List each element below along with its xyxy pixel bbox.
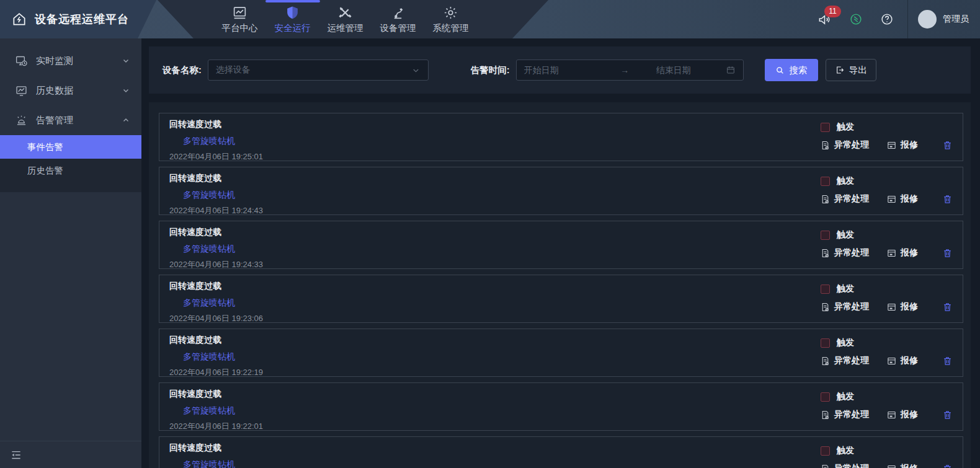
trigger-status-chip	[821, 392, 830, 402]
alarm-row: 回转速度过载 多管旋喷钻机 2022年04月06日 19:25:01 触发	[159, 113, 963, 161]
end-date-input[interactable]	[656, 65, 726, 75]
nav-tab-0[interactable]: 平台中心	[213, 0, 266, 38]
nav-tab-2[interactable]: 运维管理	[319, 0, 372, 38]
alarm-list: 回转速度过载 多管旋喷钻机 2022年04月06日 19:25:01 触发	[149, 102, 971, 468]
alarm-actions: 触发 异常处理	[820, 229, 953, 258]
sidebar-item-0[interactable]: 实时监测	[0, 46, 141, 76]
header-divider	[907, 0, 908, 38]
delete-button[interactable]	[942, 302, 953, 312]
chevron-icon	[122, 116, 130, 125]
chevron-icon	[122, 56, 130, 65]
sidebar-item-1[interactable]: 历史数据	[0, 76, 141, 105]
alarm-timestamp: 2022年04月06日 19:22:01	[169, 421, 953, 432]
collapse-menu-icon	[10, 449, 22, 461]
main-content: 设备名称: 选择设备 告警时间: →	[141, 38, 980, 468]
chevron-icon	[122, 86, 130, 95]
trigger-label: 触发	[837, 121, 854, 133]
nav-tab-3[interactable]: 设备管理	[372, 0, 424, 38]
handle-exception-button[interactable]: 异常处理	[820, 247, 869, 258]
calendar-icon	[726, 65, 736, 75]
alarm-timestamp: 2022年04月06日 19:22:19	[169, 367, 953, 378]
trash-icon	[942, 248, 953, 258]
alarm-actions: 触发 异常处理	[820, 445, 953, 468]
start-date-input[interactable]	[524, 65, 594, 75]
trigger-label: 触发	[837, 175, 854, 187]
nav-tab-1[interactable]: 安全运行	[266, 0, 319, 38]
alarm-device-link[interactable]: 多管旋喷钻机	[169, 351, 235, 363]
handle-exception-button[interactable]: 异常处理	[820, 463, 869, 468]
trigger-status-chip	[821, 285, 830, 294]
delete-button[interactable]	[942, 410, 953, 420]
document-check-icon	[820, 194, 831, 205]
alarm-row: 回转速度过载 多管旋喷钻机 2022年04月06日 19:24:33 触发	[159, 221, 963, 269]
trash-icon	[942, 140, 953, 151]
work-order-icon	[886, 464, 897, 468]
device-select[interactable]: 选择设备	[208, 60, 429, 81]
alarm-row: 回转速度过载 多管旋喷钻机 2022年04月06日 19:22:19 触发	[159, 329, 963, 377]
chevron-down-icon	[411, 66, 421, 75]
sidebar-subitem-1[interactable]: 历史告警	[0, 159, 141, 182]
delete-button[interactable]	[942, 140, 953, 151]
alarm-timestamp: 2022年04月06日 19:24:33	[169, 259, 953, 270]
search-icon	[775, 66, 785, 75]
avatar	[918, 10, 937, 29]
alarm-device-link[interactable]: 多管旋喷钻机	[169, 405, 235, 417]
alarm-device-link[interactable]: 多管旋喷钻机	[169, 190, 235, 201]
trigger-status-chip	[821, 446, 830, 456]
help-button[interactable]	[880, 12, 894, 26]
repair-button[interactable]: 报修	[886, 247, 918, 258]
repair-button[interactable]: 报修	[886, 301, 918, 312]
nav-tab-4[interactable]: 系统管理	[424, 0, 477, 38]
repair-button[interactable]: 报修	[886, 139, 918, 151]
handle-exception-button[interactable]: 异常处理	[820, 301, 869, 312]
delete-button[interactable]	[942, 194, 953, 205]
repair-button[interactable]: 报修	[886, 409, 918, 420]
system-gear-icon	[443, 4, 458, 20]
delete-button[interactable]	[942, 248, 953, 258]
sidebar-footer	[0, 441, 141, 468]
alarm-actions: 触发 异常处理	[820, 121, 953, 151]
repair-button[interactable]: 报修	[886, 193, 918, 205]
alarm-device-link[interactable]: 多管旋喷钻机	[169, 459, 235, 468]
alarm-device-link[interactable]: 多管旋喷钻机	[169, 136, 235, 147]
delete-button[interactable]	[942, 356, 953, 366]
trash-icon	[942, 464, 953, 468]
handle-exception-button[interactable]: 异常处理	[820, 355, 869, 366]
date-range-picker: →	[516, 60, 744, 81]
platform-center-icon	[232, 4, 247, 20]
repair-button[interactable]: 报修	[886, 355, 918, 366]
safety-shield-icon	[285, 4, 300, 20]
alarm-device-link[interactable]: 多管旋喷钻机	[169, 244, 235, 255]
ops-tools-icon	[337, 4, 353, 20]
trash-icon	[942, 302, 953, 312]
alarm-time-label: 告警时间:	[471, 64, 510, 76]
work-order-icon	[886, 356, 897, 366]
trigger-label: 触发	[837, 445, 854, 456]
search-button[interactable]: 搜索	[765, 59, 818, 81]
top-nav: 平台中心 安全运行 运维管理 设备管理 系统管理	[146, 0, 548, 38]
handle-exception-button[interactable]: 异常处理	[820, 139, 869, 151]
export-button[interactable]: 导出	[826, 59, 876, 81]
device-select-placeholder: 选择设备	[216, 64, 411, 76]
notification-button[interactable]: 11	[817, 12, 832, 27]
filter-bar: 设备名称: 选择设备 告警时间: →	[149, 46, 971, 94]
handle-exception-button[interactable]: 异常处理	[820, 193, 869, 205]
alarm-actions: 触发 异常处理	[820, 283, 953, 312]
screen-link-button[interactable]	[849, 12, 863, 26]
logo-block: 设备远程运维平台	[0, 0, 156, 38]
delete-button[interactable]	[942, 464, 953, 468]
header-right: 11 管理员	[817, 0, 980, 38]
alarm-device-link[interactable]: 多管旋喷钻机	[169, 298, 235, 309]
collapse-sidebar-button[interactable]	[10, 449, 22, 461]
sidebar-subitem-0[interactable]: 事件告警	[0, 135, 141, 159]
handle-exception-button[interactable]: 异常处理	[820, 409, 869, 420]
trigger-label: 触发	[837, 391, 854, 402]
user-menu[interactable]: 管理员	[918, 10, 980, 29]
alarm-actions: 触发 异常处理	[820, 391, 953, 420]
document-check-icon	[820, 248, 831, 258]
repair-button[interactable]: 报修	[886, 463, 918, 468]
sidebar-item-2[interactable]: 告警管理	[0, 105, 141, 135]
app-header: 设备远程运维平台 平台中心 安全运行 运维管理 设备管理 系统管理 11	[0, 0, 980, 38]
sidebar: 实时监测 历史数据 告警管理 事件告警历史告警	[0, 38, 141, 468]
app-title: 设备远程运维平台	[35, 12, 129, 27]
